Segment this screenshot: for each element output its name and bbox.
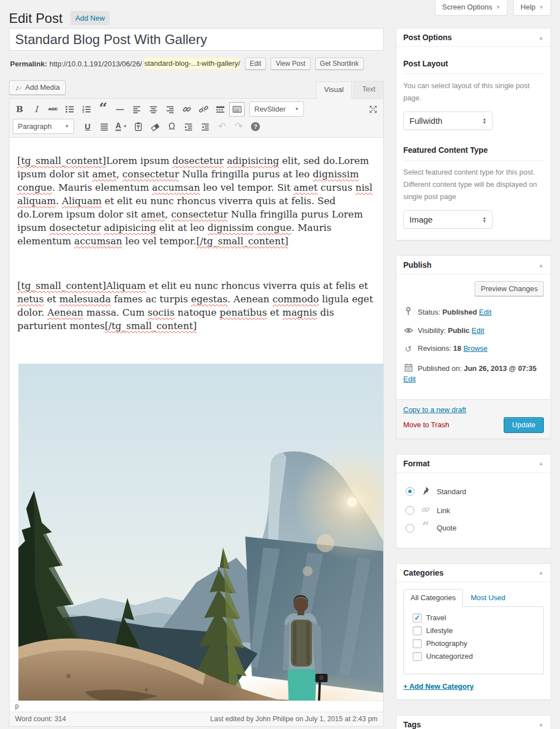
- text-run[interactable]: ,: [116, 168, 122, 180]
- misspelled-word[interactable]: dignissim: [313, 168, 359, 180]
- strikethrough-button[interactable]: ABE: [45, 102, 61, 117]
- text-run[interactable]: Lorem ipsum: [106, 155, 172, 166]
- editor-paragraph[interactable]: [tg_small_content]Aliquam et elit eu nun…: [17, 279, 378, 332]
- misspelled-word[interactable]: dosectetur: [172, 155, 224, 166]
- remove-link-button[interactable]: [196, 102, 211, 117]
- decrease-indent-button[interactable]: [181, 119, 196, 134]
- radio-standard[interactable]: [405, 487, 414, 496]
- misspelled-word[interactable]: amet: [293, 182, 317, 193]
- editor-element-path[interactable]: p: [9, 701, 383, 712]
- text-color-button[interactable]: A ▼: [113, 119, 129, 134]
- move-to-trash-link[interactable]: Move to Trash: [403, 421, 449, 429]
- post-content-image[interactable]: [18, 364, 383, 701]
- category-item-lifestyle[interactable]: Lifestyle: [413, 626, 538, 635]
- tab-visual[interactable]: Visual: [316, 81, 352, 99]
- radio-quote[interactable]: [405, 524, 414, 533]
- text-run[interactable]: . Mauris elementum: [52, 182, 152, 193]
- misspelled-word[interactable]: [/tg_small_content]: [196, 235, 288, 247]
- misspelled-word[interactable]: magnis: [282, 307, 317, 318]
- misspelled-word[interactable]: sociis: [148, 307, 175, 318]
- increase-indent-button[interactable]: [197, 119, 213, 134]
- radio-link[interactable]: [405, 506, 414, 515]
- text-run[interactable]: Nulla fringilla purus at leo: [179, 168, 313, 180]
- bulleted-list-button[interactable]: [62, 102, 78, 117]
- clear-formatting-button[interactable]: [147, 119, 163, 134]
- tab-text[interactable]: Text: [354, 81, 384, 98]
- collapse-icon[interactable]: ▲: [538, 721, 544, 727]
- update-button[interactable]: Update: [504, 417, 544, 433]
- distraction-free-button[interactable]: [365, 102, 381, 117]
- checkbox-travel[interactable]: [413, 614, 422, 622]
- revslider-dropdown[interactable]: RevSlider ▼: [249, 102, 304, 117]
- misspelled-word[interactable]: Aenean: [47, 307, 83, 318]
- collapse-icon[interactable]: ▲: [538, 35, 544, 41]
- text-run[interactable]: et: [267, 307, 283, 318]
- text-run[interactable]: .: [56, 195, 62, 206]
- visibility-edit-link[interactable]: Edit: [472, 326, 484, 335]
- misspelled-word[interactable]: consectetur: [122, 168, 179, 180]
- misspelled-word[interactable]: [/tg_small_content]: [105, 320, 197, 331]
- categories-header[interactable]: Categories ▲: [397, 564, 551, 582]
- misspelled-word[interactable]: dosectetur: [50, 222, 101, 233]
- paste-as-text-button[interactable]: [131, 119, 146, 134]
- tab-all-categories[interactable]: All Categories: [403, 589, 463, 607]
- misspelled-word[interactable]: accumsan: [152, 182, 200, 193]
- misspelled-word[interactable]: accumsan: [74, 235, 122, 247]
- view-post-button[interactable]: View Post: [271, 57, 310, 70]
- collapse-icon[interactable]: ▲: [538, 569, 544, 576]
- blockquote-button[interactable]: “: [95, 102, 111, 117]
- misspelled-word[interactable]: amet: [92, 168, 116, 180]
- read-more-button[interactable]: [213, 102, 228, 117]
- undo-button[interactable]: ↶: [214, 119, 230, 134]
- get-shortlink-button[interactable]: Get Shortlink: [315, 57, 364, 70]
- revisions-browse-link[interactable]: Browse: [464, 344, 487, 353]
- numbered-list-button[interactable]: [79, 102, 94, 117]
- misspelled-word[interactable]: [tg_small_content]: [17, 155, 106, 166]
- tags-header[interactable]: Tags ▲: [397, 716, 551, 729]
- text-run[interactable]: cursus: [317, 182, 355, 193]
- add-new-button[interactable]: Add New: [70, 11, 110, 25]
- text-run[interactable]: elit at leo: [156, 222, 207, 233]
- help-button[interactable]: Help ▼: [513, 0, 551, 16]
- text-run[interactable]: fames ac turpis: [111, 293, 191, 305]
- keyboard-shortcuts-button[interactable]: ?: [248, 119, 263, 134]
- bold-button[interactable]: B: [12, 102, 27, 117]
- horizontal-rule-button[interactable]: —: [112, 102, 128, 117]
- text-run[interactable]: natoque: [175, 307, 220, 318]
- tab-most-used[interactable]: Most Used: [463, 590, 513, 606]
- align-right-button[interactable]: [162, 102, 178, 117]
- collapse-icon[interactable]: ▲: [538, 460, 544, 466]
- category-item-travel[interactable]: Travel: [413, 614, 538, 622]
- misspelled-word[interactable]: commodo: [272, 293, 318, 305]
- misspelled-word[interactable]: penatibus: [220, 307, 267, 318]
- misspelled-word[interactable]: Aliquam: [106, 280, 146, 291]
- preview-changes-button[interactable]: Preview Changes: [475, 281, 544, 296]
- misspelled-word[interactable]: dignissim: [207, 222, 254, 233]
- checkbox-lifestyle[interactable]: [413, 626, 422, 635]
- justify-button[interactable]: [96, 119, 112, 134]
- toolbar-toggle-button[interactable]: [229, 102, 245, 117]
- text-run[interactable]: et elit eu nunc rhoncus viverra quis at …: [146, 280, 368, 291]
- misspelled-word[interactable]: [tg_small_content]: [17, 280, 106, 291]
- align-center-button[interactable]: [146, 102, 161, 117]
- text-run[interactable]: massa. Cum: [83, 307, 148, 318]
- post-layout-select[interactable]: Fullwidth ▲▼: [403, 112, 493, 130]
- format-option-quote[interactable]: “Quote: [405, 524, 542, 533]
- format-header[interactable]: Format ▲: [397, 455, 551, 472]
- format-option-standard[interactable]: Standard: [405, 486, 542, 498]
- add-media-button[interactable]: ♪♪ Add Media: [9, 80, 66, 95]
- misspelled-word[interactable]: consectetur: [171, 209, 228, 220]
- align-left-button[interactable]: [129, 102, 144, 117]
- misspelled-word[interactable]: congue: [257, 222, 292, 233]
- misspelled-word[interactable]: Aliquam: [62, 195, 102, 206]
- screen-options-button[interactable]: Screen Options ▼: [435, 0, 508, 16]
- status-edit-link[interactable]: Edit: [479, 308, 491, 316]
- category-item-photography[interactable]: Photography: [413, 639, 538, 648]
- special-character-button[interactable]: Ω: [164, 119, 180, 134]
- text-run[interactable]: leo vel tempor. Sit: [200, 182, 294, 193]
- text-run[interactable]: leo vel tempor.: [122, 235, 196, 247]
- misspelled-word[interactable]: adipisicing: [227, 155, 279, 166]
- paragraph-dropdown[interactable]: Paragraph ▼: [13, 119, 74, 134]
- text-run[interactable]: . Aenean: [228, 293, 273, 305]
- misspelled-word[interactable]: congue: [17, 182, 52, 193]
